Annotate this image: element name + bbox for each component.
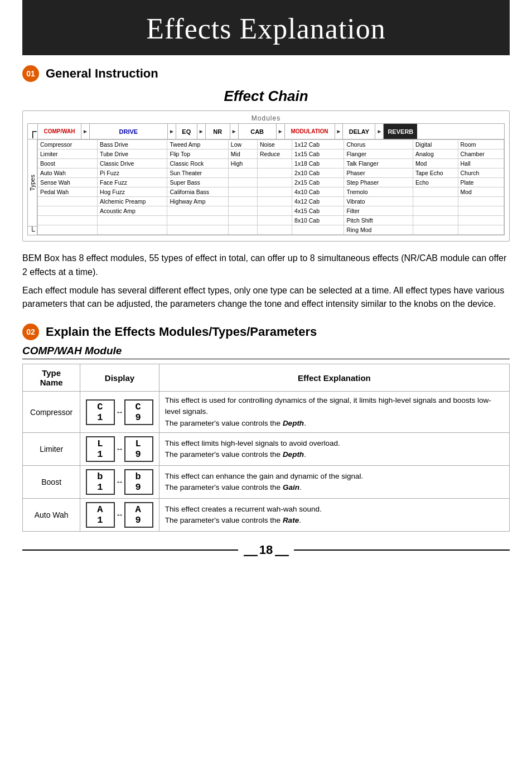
display-box: A 1 ↔ A 9	[86, 502, 153, 528]
display-seg-right: L 9	[124, 436, 153, 462]
table-row: Pedal Wah Hog Fuzz California Bass 4x10 …	[38, 187, 504, 197]
display-autowah: A 1 ↔ A 9	[80, 498, 159, 531]
section02-header: 02 Explain the Effects Modules/Types/Par…	[22, 324, 510, 340]
type-name-compressor: Compressor	[23, 392, 80, 433]
table-row: Auto Wah Pi Fuzz Sun Theater 2x10 Cab Ph…	[38, 168, 504, 178]
display-seg-right: C 9	[124, 399, 153, 425]
display-boost: b 1 ↔ b 9	[80, 465, 159, 498]
type-name-autowah: Auto Wah	[23, 498, 80, 531]
type-nr: Noise	[257, 140, 292, 150]
module-reverb: REVERB	[384, 124, 417, 139]
display-seg-left: b 1	[86, 469, 115, 495]
module-modulation: MODULATION	[285, 124, 335, 139]
page-number-row: ⸏ 18 ⸏	[22, 543, 510, 557]
section01-header: 01 General Instruction	[22, 65, 510, 82]
table-row: Boost Classic Drive Classic Rock High 1x…	[38, 159, 504, 168]
page-line-right	[294, 549, 510, 551]
explanation-boost: This effect can enhance the gain and dyn…	[159, 465, 509, 498]
section01-title: General Instruction	[46, 66, 158, 81]
effect-chain-title: Effect Chain	[22, 88, 510, 105]
description1: BEM Box has 8 effect modules, 55 types o…	[22, 252, 510, 279]
chain-diagram: Modules ┌ COMP/WAH ► DRIVE ► EQ ► NR ► C…	[22, 110, 510, 242]
type-reverb: Room	[458, 140, 504, 150]
page-line-left	[22, 549, 238, 551]
display-seg-left: C 1	[86, 399, 115, 425]
type-name-boost: Boost	[23, 465, 80, 498]
table-header-row: Type Name Display Effect Explanation	[23, 364, 510, 392]
description2: Each effect module has several different…	[22, 284, 510, 312]
type-delay: Digital	[413, 140, 458, 150]
type-compwah: Compressor	[38, 140, 98, 150]
explanation-limiter: This effect limits high-level signals to…	[159, 432, 509, 465]
modules-label: Modules	[27, 114, 505, 122]
type-cab: 1x12 Cab	[292, 140, 344, 150]
table-row: Compressor C 1 ↔ C 9 This effect is used…	[23, 392, 510, 433]
display-seg-right: b 9	[124, 469, 153, 495]
type-eq: Low	[228, 140, 257, 150]
display-compressor: C 1 ↔ C 9	[80, 392, 159, 433]
table-row: Boost b 1 ↔ b 9 This effect can enhance …	[23, 465, 510, 498]
display-seg-right: A 9	[124, 502, 153, 528]
type-drive1: Bass Drive	[98, 140, 167, 150]
module-eq: EQ	[176, 124, 197, 139]
type-mod: Chorus	[344, 140, 413, 150]
table-row: Alchemic Preamp Highway Amp 4x12 Cab Vib…	[38, 197, 504, 206]
table-row: Acoustic Amp 4x15 Cab Filter	[38, 206, 504, 216]
type-drive2: Tweed Amp	[167, 140, 228, 150]
wave-right-icon: ⸏	[275, 543, 288, 557]
col-header-display: Display	[80, 364, 159, 392]
effects-table: Type Name Display Effect Explanation Com…	[22, 364, 510, 532]
display-arrow: ↔	[117, 510, 122, 519]
arrow4: ►	[230, 124, 239, 139]
display-arrow: ↔	[117, 478, 122, 486]
col-header-type: Type Name	[23, 364, 80, 392]
description-section: BEM Box has 8 effect modules, 55 types o…	[22, 252, 510, 311]
arrow2: ►	[168, 124, 176, 139]
page: Effects Explanation 01 General Instructi…	[0, 0, 532, 781]
module-nr: NR	[206, 124, 230, 139]
display-arrow: ↔	[117, 408, 122, 417]
table-row: Limiter Tube Drive Flip Top Mid Reduce 1…	[38, 150, 504, 159]
compwah-module-title: COMP/WAH Module	[22, 345, 510, 359]
section01-badge: 01	[22, 65, 39, 82]
display-seg-left: L 1	[86, 436, 115, 462]
display-limiter: L 1 ↔ L 9	[80, 432, 159, 465]
table-row: Compressor Bass Drive Tweed Amp Low Nois…	[38, 140, 504, 150]
types-label: Types	[28, 172, 37, 193]
wave-left-icon: ⸏	[244, 543, 257, 557]
page-number: ⸏ 18 ⸏	[238, 543, 294, 557]
table-row: Sense Wah Face Fuzz Super Bass 2x15 Cab …	[38, 178, 504, 187]
module-drive: DRIVE	[90, 124, 168, 139]
page-title: Effects Explanation	[22, 0, 510, 55]
type-name-limiter: Limiter	[23, 432, 80, 465]
section02-badge: 02	[22, 324, 39, 340]
module-compwah: COMP/WAH	[38, 124, 81, 139]
explanation-autowah: This effect creates a recurrent wah-wah …	[159, 498, 509, 531]
table-row: Auto Wah A 1 ↔ A 9 This effect creates a…	[23, 498, 510, 531]
display-box: L 1 ↔ L 9	[86, 436, 153, 462]
col-header-explanation: Effect Explanation	[159, 364, 509, 392]
module-cab: CAB	[239, 124, 277, 139]
table-row: 8x10 Cab Pitch Shift	[38, 216, 504, 225]
display-box: C 1 ↔ C 9	[86, 399, 153, 425]
explanation-compressor: This effect is used for controlling dyna…	[159, 392, 509, 433]
section02-title: Explain the Effects Modules/Types/Parame…	[46, 325, 317, 339]
arrow5: ►	[277, 124, 285, 139]
table-row: Limiter L 1 ↔ L 9 This effect limits hig…	[23, 432, 510, 465]
display-box: b 1 ↔ b 9	[86, 469, 153, 495]
arrow6: ►	[335, 124, 344, 139]
display-seg-left: A 1	[86, 502, 115, 528]
table-row: Ring Mod	[38, 225, 504, 235]
arrow3: ►	[197, 124, 206, 139]
module-delay: DELAY	[343, 124, 375, 139]
arrow7: ►	[375, 124, 384, 139]
arrow1: ►	[81, 124, 90, 139]
chain-types-table: Compressor Bass Drive Tweed Amp Low Nois…	[37, 139, 504, 235]
display-arrow: ↔	[117, 445, 122, 454]
